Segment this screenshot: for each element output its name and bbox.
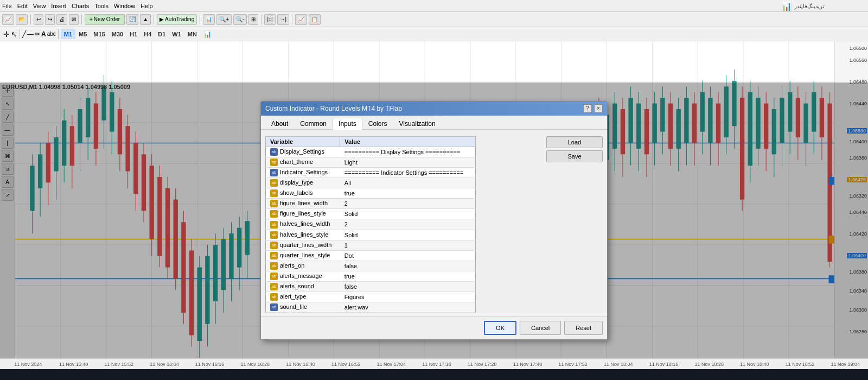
table-row[interactable]: abquarter_lines_width1 xyxy=(266,240,476,250)
text-tool[interactable]: A xyxy=(41,30,46,38)
table-row[interactable]: abdisplay_typeAll xyxy=(266,178,476,188)
draw-tool[interactable]: ✏ xyxy=(35,30,40,38)
buy-btn[interactable]: ▲ xyxy=(140,14,151,25)
value-cell: Dot xyxy=(340,250,476,261)
table-row[interactable]: abDisplay_Settings========== Display Set… xyxy=(266,147,476,157)
menu-window[interactable]: Window xyxy=(114,3,135,9)
templates-btn[interactable]: 📋 xyxy=(309,14,321,25)
menu-tools[interactable]: Tools xyxy=(94,3,108,9)
main-menu: File Edit View Insert Charts Tools Windo… xyxy=(2,3,153,9)
table-row[interactable]: abquarter_lines_styleDot xyxy=(266,250,476,261)
table-row[interactable]: abfigure_lines_width2 xyxy=(266,199,476,209)
table-row[interactable]: abalerts_onfalse xyxy=(266,261,476,271)
print-btn[interactable]: 🖨 xyxy=(56,14,67,25)
fit-btn[interactable]: ⊞ xyxy=(248,14,258,25)
menu-edit[interactable]: Edit xyxy=(17,3,28,9)
menu-insert[interactable]: Insert xyxy=(51,3,66,9)
volume-btn[interactable]: 📊 xyxy=(203,30,212,38)
variable-name: quarter_lines_width xyxy=(280,242,331,248)
timeframe-btn-m5[interactable]: M5 xyxy=(75,29,90,39)
cursor-tool[interactable]: ✛ xyxy=(3,30,10,39)
chart-type-btn[interactable]: 📊 xyxy=(203,14,215,25)
variable-name: alerts_message xyxy=(280,273,322,279)
autotrading-btn[interactable]: ▶ AutoTrading xyxy=(157,14,197,25)
timeframe-btn-mn[interactable]: MN xyxy=(184,29,200,39)
menu-help[interactable]: Help xyxy=(141,3,153,9)
table-row[interactable]: absound_filealert.wav xyxy=(266,302,476,313)
footer-btn-ok[interactable]: OK xyxy=(484,321,516,335)
new-order-btn[interactable]: + New Order xyxy=(85,14,125,25)
hline-tool[interactable]: — xyxy=(27,30,34,38)
titlebar-buttons: ? × xyxy=(583,104,603,113)
timeframe-btn-m30[interactable]: M30 xyxy=(108,29,126,39)
indicators-btn[interactable]: 📈 xyxy=(295,14,307,25)
col-value: Value xyxy=(340,136,476,147)
variable-name: show_labels xyxy=(280,189,313,196)
email-btn[interactable]: ✉ xyxy=(69,14,79,25)
timeframe-btn-d1[interactable]: D1 xyxy=(155,29,169,39)
timeframe-btn-m15[interactable]: M15 xyxy=(90,29,108,39)
arrow-tool[interactable]: ↖ xyxy=(11,30,17,39)
table-row[interactable]: abhalves_lines_width2 xyxy=(266,219,476,230)
time-label: 11 Nov 17:40 xyxy=(505,362,551,367)
table-row[interactable]: abalert_typeFigures xyxy=(266,292,476,302)
time-label: 11 Nov 17:52 xyxy=(550,362,596,367)
table-row[interactable]: abchart_themeLight xyxy=(266,157,476,167)
side-btn-save[interactable]: Save xyxy=(546,150,603,162)
timeframe-btn-h4[interactable]: H4 xyxy=(141,29,155,39)
label-tool[interactable]: abc xyxy=(47,31,56,37)
table-row[interactable]: abshow_labelstrue xyxy=(266,188,476,199)
variable-name: chart_theme xyxy=(280,159,313,165)
close-order-btn[interactable]: 🔄 xyxy=(126,14,138,25)
zoom-out-btn[interactable]: 🔍- xyxy=(233,14,247,25)
footer-btn-reset[interactable]: Reset xyxy=(564,321,603,335)
time-label: 11 Nov 16:52 xyxy=(323,362,369,367)
row-icon: ab xyxy=(270,262,278,270)
tab-visualization[interactable]: Visualization xyxy=(393,118,441,129)
table-row[interactable]: abalerts_soundfalse xyxy=(266,281,476,292)
tab-colors[interactable]: Colors xyxy=(362,118,393,129)
time-label: 11 Nov 18:28 xyxy=(686,362,732,367)
modal-overlay: Custom Indicator - Round Levels MT4 by T… xyxy=(0,83,868,358)
open-btn[interactable]: 📂 xyxy=(16,14,28,25)
value-cell: Figures xyxy=(340,292,476,302)
zoom-in-btn[interactable]: 🔍+ xyxy=(216,14,232,25)
timeframe-btn-h1[interactable]: H1 xyxy=(126,29,141,39)
line-tool[interactable]: ╱ xyxy=(22,30,26,38)
help-button[interactable]: ? xyxy=(583,104,592,113)
row-icon: ab xyxy=(270,231,278,239)
value-cell: 2 xyxy=(340,199,476,209)
menu-view[interactable]: View xyxy=(33,3,46,9)
autotrading-icon: ▶ xyxy=(159,16,164,22)
time-label: 11 Nov 17:16 xyxy=(414,362,459,367)
table-row[interactable]: abIndicator_Settings========== Indicator… xyxy=(266,167,476,178)
autotrading-label: AutoTrading xyxy=(165,16,194,22)
side-btn-load[interactable]: Load xyxy=(546,136,603,148)
time-label: 11 Nov 16:28 xyxy=(232,362,278,367)
table-row[interactable]: abalerts_messagetrue xyxy=(266,271,476,281)
table-row[interactable]: abhalves_lines_styleSolid xyxy=(266,230,476,240)
tab-inputs[interactable]: Inputs xyxy=(333,118,362,130)
variable-name: display_type xyxy=(280,179,313,186)
chart-area[interactable]: ✛ ↖ ╱ — | ⌘ ≋ A ↗ xyxy=(0,41,868,369)
timeframe-btn-w1[interactable]: W1 xyxy=(169,29,184,39)
new-chart-btn[interactable]: 📈 xyxy=(2,14,14,25)
auto-scroll-btn[interactable]: →| xyxy=(277,14,290,25)
period-sep-btn[interactable]: |↕| xyxy=(264,14,275,25)
table-row[interactable]: abfigure_lines_styleSolid xyxy=(266,209,476,219)
variable-name: Display_Settings xyxy=(280,148,324,155)
tab-common[interactable]: Common xyxy=(294,118,333,129)
timeframe-btn-m1[interactable]: M1 xyxy=(61,29,75,39)
redo-btn[interactable]: ↪ xyxy=(45,14,55,25)
variable-name: alert_type xyxy=(280,293,306,300)
variable-name: halves_lines_width xyxy=(280,220,330,227)
menu-charts[interactable]: Charts xyxy=(72,3,89,9)
value-cell: alert.wav xyxy=(340,302,476,313)
time-label: 11 Nov 18:40 xyxy=(732,362,777,367)
value-cell: true xyxy=(340,188,476,199)
close-button[interactable]: × xyxy=(594,104,603,113)
undo-btn[interactable]: ↩ xyxy=(34,14,43,25)
tab-about[interactable]: About xyxy=(265,118,294,129)
menu-file[interactable]: File xyxy=(2,3,12,9)
footer-btn-cancel[interactable]: Cancel xyxy=(520,321,561,335)
